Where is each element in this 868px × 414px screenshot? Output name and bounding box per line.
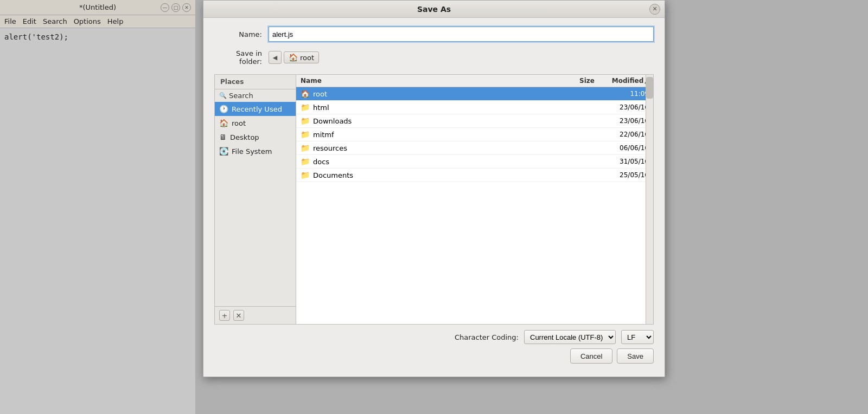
file-list-header: Name Size Modified ▲ — [296, 75, 653, 87]
dialog-close-button[interactable]: ✕ — [649, 4, 660, 15]
name-label: Name: — [214, 30, 269, 38]
col-header-name[interactable]: Name — [296, 77, 566, 85]
file-modified-cell: 23/06/16 — [599, 117, 653, 125]
places-item-recently-used-label: Recently Used — [232, 105, 282, 113]
places-remove-button[interactable]: ✕ — [233, 310, 244, 321]
table-row[interactable]: 📁 Documents 25/05/16 — [296, 169, 653, 182]
places-search-label: Search — [229, 92, 253, 100]
folder-chip-icon: 🏠 — [289, 53, 298, 62]
file-icon: 📁 — [301, 130, 310, 139]
desktop-icon: 🖥 — [219, 133, 227, 141]
file-name-cell: 📁 mitmf — [296, 130, 566, 139]
save-as-dialog: Save As ✕ Name: Save in folder: ◀ 🏠 — [203, 0, 665, 377]
places-item-root[interactable]: 🏠 root — [215, 116, 296, 130]
file-icon: 📁 — [301, 171, 310, 179]
file-modified-cell: 11:09 — [599, 90, 653, 98]
table-row[interactable]: 📁 docs 31/05/16 — [296, 155, 653, 169]
file-name-cell: 📁 Documents — [296, 171, 566, 179]
file-name-cell: 📁 docs — [296, 157, 566, 166]
modal-overlay: Save As ✕ Name: Save in folder: ◀ 🏠 — [0, 0, 868, 414]
name-row: Name: — [214, 27, 654, 42]
scrollbar-thumb[interactable] — [646, 77, 653, 99]
file-modified-cell: 06/06/16 — [599, 144, 653, 152]
table-row[interactable]: 📁 mitmf 22/06/16 — [296, 128, 653, 141]
file-modified-cell: 31/05/16 — [599, 158, 653, 165]
file-modified-cell: 22/06/16 — [599, 131, 653, 138]
places-panel: Places 🔍 Search 🕐 Recently Used 🏠 root — [215, 75, 296, 324]
file-panel: Name Size Modified ▲ 🏠 root — [296, 75, 653, 324]
places-item-file-system[interactable]: 💽 File System — [215, 144, 296, 158]
file-list: 🏠 root 11:09 📁 html — [296, 87, 653, 324]
file-modified-cell: 25/05/16 — [599, 171, 653, 179]
file-icon: 📁 — [301, 117, 310, 125]
root-icon: 🏠 — [219, 119, 228, 127]
folder-nav: ◀ 🏠 root — [269, 51, 319, 64]
places-item-desktop[interactable]: 🖥 Desktop — [215, 130, 296, 144]
folder-back-button[interactable]: ◀ — [269, 51, 282, 64]
file-icon: 📁 — [301, 144, 310, 152]
coding-select[interactable]: Current Locale (UTF-8) — [524, 330, 616, 344]
places-header: Places — [215, 75, 296, 89]
file-icon: 🏠 — [301, 89, 310, 98]
cancel-button[interactable]: Cancel — [570, 348, 612, 364]
current-folder-chip[interactable]: 🏠 root — [284, 51, 319, 63]
save-button[interactable]: Save — [617, 348, 654, 364]
col-header-size[interactable]: Size — [566, 77, 599, 85]
file-name-cell: 📁 Downloads — [296, 117, 566, 125]
browser-area: Places 🔍 Search 🕐 Recently Used 🏠 root — [214, 74, 654, 325]
file-icon: 📁 — [301, 157, 310, 166]
places-item-file-system-label: File System — [232, 147, 272, 156]
file-system-icon: 💽 — [219, 147, 228, 156]
folder-chip-label: root — [300, 54, 314, 62]
table-row[interactable]: 🏠 root 11:09 — [296, 87, 653, 101]
col-header-modified[interactable]: Modified ▲ — [599, 77, 653, 85]
places-search-item[interactable]: 🔍 Search — [215, 89, 296, 102]
coding-label: Character Coding: — [455, 333, 519, 341]
file-name-cell: 🏠 root — [296, 89, 566, 98]
dialog-options: Character Coding: Current Locale (UTF-8)… — [214, 325, 654, 348]
dialog-title: Save As — [417, 5, 451, 14]
file-modified-cell: 23/06/16 — [599, 104, 653, 111]
places-item-desktop-label: Desktop — [230, 133, 259, 141]
lf-select[interactable]: LF — [621, 330, 654, 344]
dialog-actions: Cancel Save — [214, 348, 654, 368]
places-footer: + ✕ — [215, 306, 296, 324]
recently-used-icon: 🕐 — [219, 105, 228, 113]
search-icon: 🔍 — [219, 92, 227, 99]
table-row[interactable]: 📁 html 23/06/16 — [296, 101, 653, 114]
folder-label: Save in folder: — [214, 49, 269, 66]
file-icon: 📁 — [301, 103, 310, 112]
dialog-titlebar: Save As ✕ — [203, 1, 665, 18]
places-item-recently-used[interactable]: 🕐 Recently Used — [215, 102, 296, 116]
file-name-cell: 📁 html — [296, 103, 566, 112]
file-name-cell: 📁 resources — [296, 144, 566, 152]
table-row[interactable]: 📁 Downloads 23/06/16 — [296, 114, 653, 128]
scrollbar-track[interactable] — [646, 75, 653, 324]
name-input[interactable] — [269, 27, 654, 42]
dialog-body: Name: Save in folder: ◀ 🏠 root — [203, 18, 665, 377]
folder-row: Save in folder: ◀ 🏠 root — [214, 49, 654, 66]
places-add-button[interactable]: + — [219, 310, 230, 321]
table-row[interactable]: 📁 resources 06/06/16 — [296, 141, 653, 155]
places-item-root-label: root — [232, 119, 246, 127]
